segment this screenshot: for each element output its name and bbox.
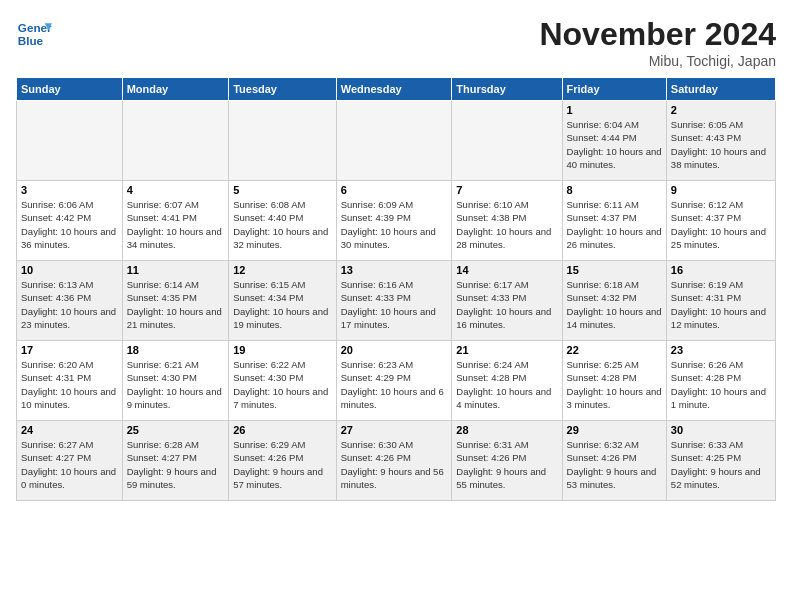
calendar-day-cell: 5Sunrise: 6:08 AMSunset: 4:40 PMDaylight… xyxy=(229,181,337,261)
calendar-week-row: 24Sunrise: 6:27 AMSunset: 4:27 PMDayligh… xyxy=(17,421,776,501)
calendar-day-cell xyxy=(336,101,452,181)
weekday-header-cell: Sunday xyxy=(17,78,123,101)
day-info: Sunrise: 6:26 AMSunset: 4:28 PMDaylight:… xyxy=(671,358,771,411)
location: Mibu, Tochigi, Japan xyxy=(539,53,776,69)
day-number: 4 xyxy=(127,184,225,196)
calendar-day-cell xyxy=(122,101,229,181)
day-number: 1 xyxy=(567,104,662,116)
day-info: Sunrise: 6:10 AMSunset: 4:38 PMDaylight:… xyxy=(456,198,557,251)
day-info: Sunrise: 6:16 AMSunset: 4:33 PMDaylight:… xyxy=(341,278,448,331)
calendar-day-cell: 22Sunrise: 6:25 AMSunset: 4:28 PMDayligh… xyxy=(562,341,666,421)
calendar-day-cell: 19Sunrise: 6:22 AMSunset: 4:30 PMDayligh… xyxy=(229,341,337,421)
day-number: 25 xyxy=(127,424,225,436)
calendar-day-cell: 1Sunrise: 6:04 AMSunset: 4:44 PMDaylight… xyxy=(562,101,666,181)
day-number: 15 xyxy=(567,264,662,276)
day-info: Sunrise: 6:30 AMSunset: 4:26 PMDaylight:… xyxy=(341,438,448,491)
logo-icon: General Blue xyxy=(16,16,52,52)
day-info: Sunrise: 6:32 AMSunset: 4:26 PMDaylight:… xyxy=(567,438,662,491)
weekday-header-row: SundayMondayTuesdayWednesdayThursdayFrid… xyxy=(17,78,776,101)
day-info: Sunrise: 6:06 AMSunset: 4:42 PMDaylight:… xyxy=(21,198,118,251)
calendar-day-cell: 6Sunrise: 6:09 AMSunset: 4:39 PMDaylight… xyxy=(336,181,452,261)
calendar-day-cell: 23Sunrise: 6:26 AMSunset: 4:28 PMDayligh… xyxy=(666,341,775,421)
weekday-header-cell: Thursday xyxy=(452,78,562,101)
day-info: Sunrise: 6:04 AMSunset: 4:44 PMDaylight:… xyxy=(567,118,662,171)
calendar-table: SundayMondayTuesdayWednesdayThursdayFrid… xyxy=(16,77,776,501)
calendar-day-cell: 14Sunrise: 6:17 AMSunset: 4:33 PMDayligh… xyxy=(452,261,562,341)
day-info: Sunrise: 6:18 AMSunset: 4:32 PMDaylight:… xyxy=(567,278,662,331)
day-info: Sunrise: 6:09 AMSunset: 4:39 PMDaylight:… xyxy=(341,198,448,251)
calendar-day-cell: 3Sunrise: 6:06 AMSunset: 4:42 PMDaylight… xyxy=(17,181,123,261)
logo: General Blue xyxy=(16,16,52,52)
day-number: 2 xyxy=(671,104,771,116)
day-info: Sunrise: 6:22 AMSunset: 4:30 PMDaylight:… xyxy=(233,358,332,411)
calendar-day-cell xyxy=(17,101,123,181)
calendar-day-cell: 15Sunrise: 6:18 AMSunset: 4:32 PMDayligh… xyxy=(562,261,666,341)
day-number: 18 xyxy=(127,344,225,356)
calendar-day-cell xyxy=(229,101,337,181)
day-number: 6 xyxy=(341,184,448,196)
day-info: Sunrise: 6:14 AMSunset: 4:35 PMDaylight:… xyxy=(127,278,225,331)
day-number: 21 xyxy=(456,344,557,356)
calendar-day-cell: 2Sunrise: 6:05 AMSunset: 4:43 PMDaylight… xyxy=(666,101,775,181)
svg-text:General: General xyxy=(18,21,52,34)
day-number: 23 xyxy=(671,344,771,356)
calendar-day-cell: 21Sunrise: 6:24 AMSunset: 4:28 PMDayligh… xyxy=(452,341,562,421)
weekday-header-cell: Monday xyxy=(122,78,229,101)
calendar-week-row: 3Sunrise: 6:06 AMSunset: 4:42 PMDaylight… xyxy=(17,181,776,261)
calendar-week-row: 1Sunrise: 6:04 AMSunset: 4:44 PMDaylight… xyxy=(17,101,776,181)
calendar-day-cell: 20Sunrise: 6:23 AMSunset: 4:29 PMDayligh… xyxy=(336,341,452,421)
day-number: 13 xyxy=(341,264,448,276)
day-info: Sunrise: 6:27 AMSunset: 4:27 PMDaylight:… xyxy=(21,438,118,491)
calendar-day-cell: 8Sunrise: 6:11 AMSunset: 4:37 PMDaylight… xyxy=(562,181,666,261)
calendar-week-row: 17Sunrise: 6:20 AMSunset: 4:31 PMDayligh… xyxy=(17,341,776,421)
day-number: 28 xyxy=(456,424,557,436)
day-info: Sunrise: 6:25 AMSunset: 4:28 PMDaylight:… xyxy=(567,358,662,411)
day-info: Sunrise: 6:24 AMSunset: 4:28 PMDaylight:… xyxy=(456,358,557,411)
day-info: Sunrise: 6:07 AMSunset: 4:41 PMDaylight:… xyxy=(127,198,225,251)
day-number: 24 xyxy=(21,424,118,436)
day-number: 29 xyxy=(567,424,662,436)
day-number: 30 xyxy=(671,424,771,436)
weekday-header-cell: Friday xyxy=(562,78,666,101)
day-number: 27 xyxy=(341,424,448,436)
day-number: 26 xyxy=(233,424,332,436)
calendar-day-cell: 29Sunrise: 6:32 AMSunset: 4:26 PMDayligh… xyxy=(562,421,666,501)
calendar-day-cell: 26Sunrise: 6:29 AMSunset: 4:26 PMDayligh… xyxy=(229,421,337,501)
weekday-header-cell: Saturday xyxy=(666,78,775,101)
day-info: Sunrise: 6:28 AMSunset: 4:27 PMDaylight:… xyxy=(127,438,225,491)
day-info: Sunrise: 6:23 AMSunset: 4:29 PMDaylight:… xyxy=(341,358,448,411)
calendar-day-cell: 27Sunrise: 6:30 AMSunset: 4:26 PMDayligh… xyxy=(336,421,452,501)
calendar-day-cell: 10Sunrise: 6:13 AMSunset: 4:36 PMDayligh… xyxy=(17,261,123,341)
day-info: Sunrise: 6:11 AMSunset: 4:37 PMDaylight:… xyxy=(567,198,662,251)
day-info: Sunrise: 6:20 AMSunset: 4:31 PMDaylight:… xyxy=(21,358,118,411)
day-info: Sunrise: 6:13 AMSunset: 4:36 PMDaylight:… xyxy=(21,278,118,331)
svg-text:Blue: Blue xyxy=(18,34,44,47)
day-info: Sunrise: 6:08 AMSunset: 4:40 PMDaylight:… xyxy=(233,198,332,251)
calendar-day-cell: 30Sunrise: 6:33 AMSunset: 4:25 PMDayligh… xyxy=(666,421,775,501)
day-info: Sunrise: 6:19 AMSunset: 4:31 PMDaylight:… xyxy=(671,278,771,331)
calendar-day-cell: 11Sunrise: 6:14 AMSunset: 4:35 PMDayligh… xyxy=(122,261,229,341)
calendar-day-cell: 18Sunrise: 6:21 AMSunset: 4:30 PMDayligh… xyxy=(122,341,229,421)
day-number: 8 xyxy=(567,184,662,196)
day-number: 12 xyxy=(233,264,332,276)
header: General Blue November 2024 Mibu, Tochigi… xyxy=(16,16,776,69)
calendar-day-cell: 16Sunrise: 6:19 AMSunset: 4:31 PMDayligh… xyxy=(666,261,775,341)
day-number: 20 xyxy=(341,344,448,356)
calendar-body: 1Sunrise: 6:04 AMSunset: 4:44 PMDaylight… xyxy=(17,101,776,501)
calendar-day-cell: 17Sunrise: 6:20 AMSunset: 4:31 PMDayligh… xyxy=(17,341,123,421)
day-info: Sunrise: 6:29 AMSunset: 4:26 PMDaylight:… xyxy=(233,438,332,491)
title-area: November 2024 Mibu, Tochigi, Japan xyxy=(539,16,776,69)
day-number: 11 xyxy=(127,264,225,276)
day-info: Sunrise: 6:05 AMSunset: 4:43 PMDaylight:… xyxy=(671,118,771,171)
weekday-header-cell: Wednesday xyxy=(336,78,452,101)
weekday-header-cell: Tuesday xyxy=(229,78,337,101)
day-info: Sunrise: 6:33 AMSunset: 4:25 PMDaylight:… xyxy=(671,438,771,491)
calendar-day-cell: 24Sunrise: 6:27 AMSunset: 4:27 PMDayligh… xyxy=(17,421,123,501)
day-info: Sunrise: 6:15 AMSunset: 4:34 PMDaylight:… xyxy=(233,278,332,331)
day-number: 19 xyxy=(233,344,332,356)
calendar-day-cell xyxy=(452,101,562,181)
day-number: 5 xyxy=(233,184,332,196)
month-title: November 2024 xyxy=(539,16,776,53)
calendar-day-cell: 12Sunrise: 6:15 AMSunset: 4:34 PMDayligh… xyxy=(229,261,337,341)
day-number: 22 xyxy=(567,344,662,356)
